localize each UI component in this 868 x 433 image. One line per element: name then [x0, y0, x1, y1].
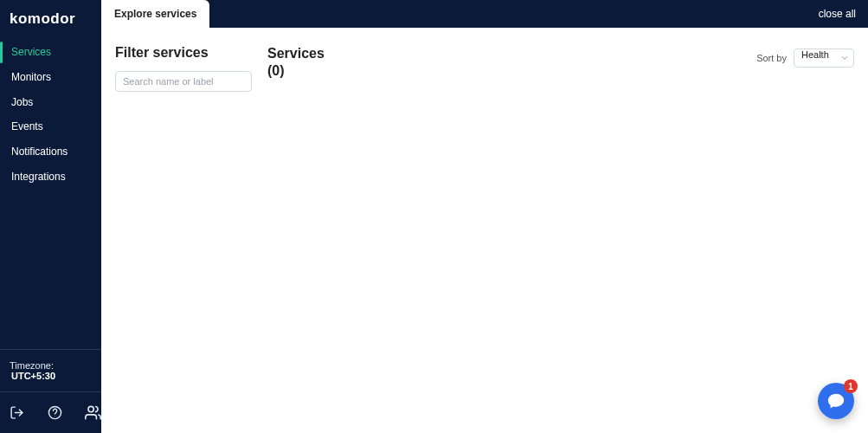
services-panel: Services (0) Sort by Health [267, 45, 854, 419]
svg-point-3 [88, 406, 93, 411]
sort-select-wrap: Health [794, 48, 854, 68]
topbar: Explore services close all [101, 0, 868, 28]
services-heading: Services (0) [267, 45, 325, 80]
sidebar-item-services[interactable]: Services [0, 40, 101, 65]
chat-button[interactable]: 1 [818, 383, 854, 419]
services-count: (0) [267, 62, 325, 80]
sidebar-item-jobs[interactable]: Jobs [0, 90, 101, 115]
sort-label: Sort by [756, 53, 787, 63]
services-header: Services (0) Sort by Health [267, 45, 854, 80]
timezone-label: Timezone: [10, 360, 54, 371]
tab-explore-services[interactable]: Explore services [101, 0, 209, 28]
sidebar: komodor Services Monitors Jobs Events No… [0, 0, 101, 433]
sidebar-item-integrations[interactable]: Integrations [0, 165, 101, 190]
timezone-row[interactable]: Timezone: UTC+5:30 [0, 349, 101, 391]
content: Filter services Services (0) Sort by Hea… [101, 28, 868, 433]
users-icon[interactable] [84, 404, 101, 422]
sidebar-bottom-bar [0, 391, 101, 433]
sort-select[interactable]: Health [794, 48, 854, 68]
search-input[interactable] [115, 71, 252, 92]
timezone-value: UTC+5:30 [11, 371, 55, 381]
help-icon[interactable] [47, 404, 64, 422]
filter-title: Filter services [115, 45, 267, 61]
sort-row: Sort by Health [756, 48, 854, 68]
main: Explore services close all Filter servic… [101, 0, 868, 433]
logout-icon[interactable] [9, 404, 26, 422]
close-all-button[interactable]: close all [819, 0, 856, 28]
chat-badge: 1 [844, 379, 858, 393]
svg-point-2 [55, 416, 55, 417]
services-title: Services [267, 45, 325, 62]
sidebar-item-monitors[interactable]: Monitors [0, 65, 101, 90]
sidebar-item-events[interactable]: Events [0, 114, 101, 139]
brand-logo: komodor [0, 0, 101, 40]
sidebar-nav: Services Monitors Jobs Events Notificati… [0, 40, 101, 190]
filter-panel: Filter services [115, 45, 267, 419]
chat-icon [826, 391, 845, 410]
sidebar-item-notifications[interactable]: Notifications [0, 139, 101, 165]
